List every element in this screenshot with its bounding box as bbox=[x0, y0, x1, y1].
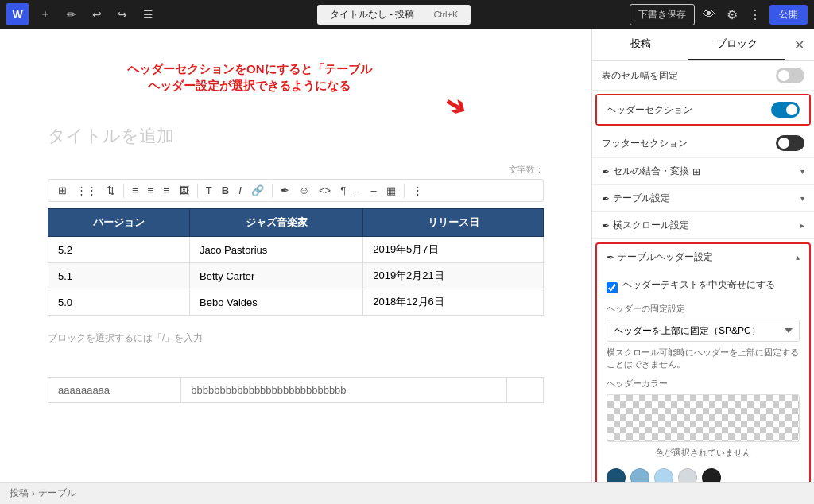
cell-release-3[interactable]: 2018年12月6日 bbox=[363, 289, 544, 316]
center-text-checkbox[interactable] bbox=[607, 282, 618, 293]
editor-area: ヘッダーセクションをONにすると「テーブルヘッダー設定が選択できるようになる ➔… bbox=[0, 29, 591, 482]
header-section-row: ヘッダーセクション bbox=[597, 95, 809, 124]
tab-post[interactable]: 投稿 bbox=[592, 29, 688, 60]
table-header-chevron: ▴ bbox=[796, 253, 800, 262]
swatch-light-gray[interactable] bbox=[678, 468, 697, 482]
editor-title-placeholder[interactable]: タイトルを追加 bbox=[48, 124, 544, 148]
cell-release-2[interactable]: 2019年2月21日 bbox=[363, 263, 544, 289]
cell-version-2[interactable]: 5.1 bbox=[48, 263, 190, 289]
add-block-button[interactable]: ＋ bbox=[35, 4, 56, 25]
italic-button[interactable]: I bbox=[235, 183, 245, 198]
data-table: バージョン ジャズ音楽家 リリース日 5.2 Jaco Pastorius 20… bbox=[48, 208, 544, 316]
cell-version-1[interactable]: 5.2 bbox=[48, 237, 190, 263]
color-label: ヘッダーカラー bbox=[607, 378, 800, 390]
table-icon[interactable]: ⊞ bbox=[55, 183, 70, 198]
more-toolbar[interactable]: ⋮ bbox=[409, 183, 426, 198]
bottom-cell-2[interactable]: bbbbbbbbbbbbbbbbbbbbbbbbbbb bbox=[181, 378, 506, 403]
tab-block[interactable]: ブロック bbox=[688, 29, 785, 60]
code-icon[interactable]: <> bbox=[316, 183, 334, 198]
header-section-slider bbox=[771, 102, 800, 118]
cell-width-label: 表のセル幅を固定 bbox=[602, 69, 678, 83]
table-toolbar: ⊞ ⋮⋮ ⇅ ≡ ≡ ≡ 🖼 T B I 🔗 ✒ ☺ <> ¶ _ – ▦ ⋮ bbox=[48, 179, 544, 202]
char-count: 文字数： bbox=[48, 164, 544, 176]
underline-icon[interactable]: _ bbox=[352, 183, 364, 198]
sidebar-close-button[interactable]: ✕ bbox=[785, 31, 814, 59]
fixed-label: ヘッダーの固定設定 bbox=[607, 303, 800, 315]
pen-icon[interactable]: ✒ bbox=[277, 183, 293, 198]
grid-icon[interactable]: ⋮⋮ bbox=[73, 183, 100, 198]
bottom-cell-3[interactable] bbox=[506, 378, 543, 403]
cell-release-1[interactable]: 2019年5月7日 bbox=[363, 237, 544, 263]
swatch-dark-teal[interactable] bbox=[607, 468, 626, 482]
fixed-select[interactable]: ヘッダーを上部に固定（SP&PC）固定しない bbox=[607, 320, 800, 342]
table-row: 5.1 Betty Carter 2019年2月21日 bbox=[48, 263, 544, 289]
breadcrumb-post[interactable]: 投稿 bbox=[10, 487, 29, 500]
cell-musician-2[interactable]: Betty Carter bbox=[190, 263, 363, 289]
table-header-settings-body: ヘッダーテキストを中央寄せにする ヘッダーの固定設定 ヘッダーを上部に固定（SP… bbox=[597, 270, 809, 482]
cell-musician-3[interactable]: Bebo Valdes bbox=[190, 289, 363, 316]
image-icon[interactable]: 🖼 bbox=[176, 183, 192, 198]
format-icon[interactable]: ¶ bbox=[337, 183, 349, 198]
block-hint: ブロックを選択するには「/」を入力 bbox=[48, 331, 544, 345]
undo-button[interactable]: ↩ bbox=[87, 5, 107, 24]
col-musician: ジャズ音楽家 bbox=[190, 209, 363, 237]
col-version: バージョン bbox=[48, 209, 190, 237]
sidebar-header: 投稿 ブロック ✕ bbox=[592, 29, 814, 61]
footer-section-slider bbox=[776, 135, 804, 151]
more-icon[interactable]: ⋮ bbox=[746, 4, 765, 25]
table-cell-icon[interactable]: ▦ bbox=[383, 183, 399, 198]
table-header-settings-header[interactable]: ✒ テーブルヘッダー設定 ▴ bbox=[597, 244, 809, 270]
table-body: 5.2 Jaco Pastorius 2019年5月7日 5.1 Betty C… bbox=[48, 237, 544, 316]
table-row: 5.2 Jaco Pastorius 2019年5月7日 bbox=[48, 237, 544, 263]
link-icon[interactable]: 🔗 bbox=[248, 183, 267, 198]
cell-width-toggle[interactable] bbox=[776, 68, 804, 83]
color-preview[interactable] bbox=[607, 394, 800, 442]
swatch-light-blue[interactable] bbox=[630, 468, 649, 482]
save-draft-button[interactable]: 下書き保存 bbox=[630, 4, 695, 25]
publish-button[interactable]: 公開 bbox=[769, 5, 808, 25]
scroll-note: 横スクロール可能時にヘッダーを上部に固定することはできません。 bbox=[607, 347, 800, 371]
swatch-pale-blue[interactable] bbox=[654, 468, 673, 482]
bottom-cell-1[interactable]: aaaaaaaaa bbox=[48, 378, 181, 403]
callout-annotation: ヘッダーセクションをONにすると「テーブルヘッダー設定が選択できるようになる bbox=[127, 60, 372, 94]
color-palette bbox=[607, 465, 800, 482]
footer-section: フッターセクション bbox=[592, 129, 814, 158]
cell-merge-header[interactable]: ✒ セルの結合・変換 ⊞ ▾ bbox=[592, 158, 814, 184]
align-center-icon[interactable]: ≡ bbox=[145, 183, 157, 198]
swatch-black[interactable] bbox=[702, 468, 721, 482]
horizontal-scroll-chevron: ▸ bbox=[800, 221, 804, 230]
table-settings-header[interactable]: ✒ テーブル設定 ▾ bbox=[592, 185, 814, 211]
breadcrumb-table[interactable]: テーブル bbox=[38, 487, 76, 500]
table-row: 5.0 Bebo Valdes 2018年12月6日 bbox=[48, 289, 544, 316]
bold-button[interactable]: B bbox=[219, 183, 232, 198]
align-right-icon[interactable]: ≡ bbox=[160, 183, 172, 198]
horizontal-scroll-section: ✒ 横スクロール設定 ▸ bbox=[592, 212, 814, 239]
tools-button[interactable]: ✏ bbox=[62, 5, 81, 24]
sidebar: 投稿 ブロック ✕ 表のセル幅を固定 ヘッダーセクション bbox=[591, 29, 814, 482]
move-icon[interactable]: ⇅ bbox=[103, 183, 118, 198]
preview-icon[interactable]: 👁 bbox=[700, 4, 719, 25]
redo-button[interactable]: ↪ bbox=[113, 5, 132, 24]
menu-button[interactable]: ☰ bbox=[138, 5, 158, 24]
wp-logo: W bbox=[6, 3, 29, 25]
cell-musician-1[interactable]: Jaco Pastorius bbox=[190, 237, 363, 263]
divider-1 bbox=[123, 184, 124, 198]
topbar-right: 下書き保存 👁 ⚙ ⋮ 公開 bbox=[630, 4, 808, 25]
strikethrough-icon[interactable]: – bbox=[367, 183, 379, 198]
divider-3 bbox=[272, 184, 273, 198]
cell-version-3[interactable]: 5.0 bbox=[48, 289, 190, 316]
text-color-icon[interactable]: T bbox=[203, 183, 215, 198]
settings-icon[interactable]: ⚙ bbox=[723, 4, 741, 25]
topbar: W ＋ ✏ ↩ ↪ ☰ タイトルなし - 投稿 Ctrl+K 下書き保存 👁 ⚙… bbox=[0, 0, 814, 29]
header-section-toggle[interactable] bbox=[771, 102, 800, 118]
center-text-label: ヘッダーテキストを中央寄せにする bbox=[622, 278, 775, 292]
footer-section-toggle[interactable] bbox=[776, 135, 804, 151]
horizontal-scroll-header[interactable]: ✒ 横スクロール設定 ▸ bbox=[592, 212, 814, 238]
breadcrumb: 投稿 › テーブル bbox=[0, 482, 814, 504]
cell-width-row: 表のセル幅を固定 bbox=[592, 61, 814, 90]
emoji-icon[interactable]: ☺ bbox=[296, 183, 312, 198]
callout-text: ヘッダーセクションをONにすると「テーブルヘッダー設定が選択できるようになる bbox=[127, 60, 372, 94]
table-header-row: バージョン ジャズ音楽家 リリース日 bbox=[48, 209, 544, 237]
post-title-tab: タイトルなし - 投稿 Ctrl+K bbox=[317, 5, 471, 25]
align-left-icon[interactable]: ≡ bbox=[129, 183, 141, 198]
